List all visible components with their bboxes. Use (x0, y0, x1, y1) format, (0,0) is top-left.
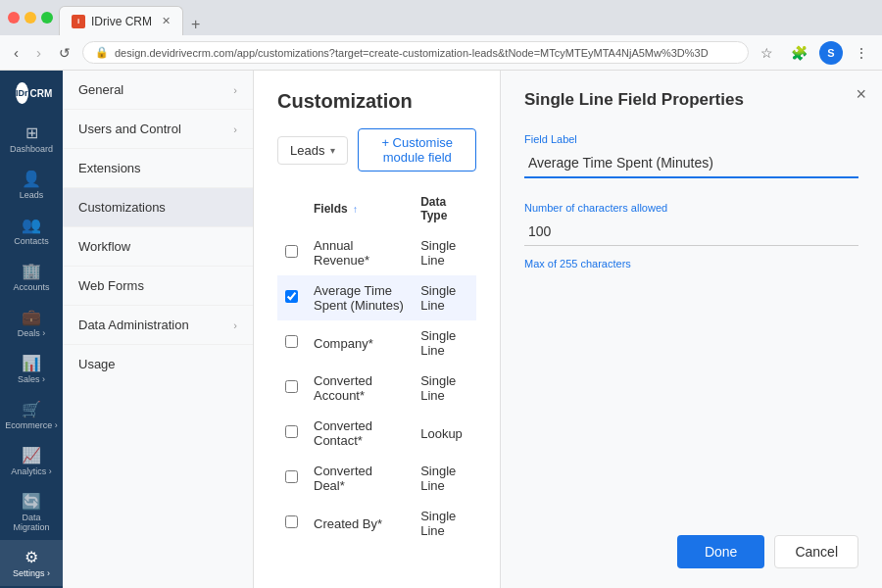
panel-close-btn[interactable]: × (856, 84, 866, 105)
properties-panel: × Single Line Field Properties Field Lab… (500, 71, 882, 588)
table-row[interactable]: Annual Revenue* Single Line (277, 230, 476, 275)
sidebar-item-analytics[interactable]: 📈 Analytics › (0, 438, 63, 484)
sidebar-item-dashboard[interactable]: ⊞ Dashboard (0, 116, 63, 162)
fields-table: Fields ↑ Data Type Annual Revenue* Singl… (277, 187, 476, 546)
submenu-item-extensions[interactable]: Extensions (63, 149, 253, 188)
address-text: design.devidrivecrm.com/app/customizatio… (115, 47, 709, 59)
page-inner: Customization Leads ▾ + Customise module… (254, 71, 882, 588)
profile-avatar[interactable]: S (819, 41, 843, 65)
data-type-cell: Single Line (413, 230, 476, 275)
table-row[interactable]: Average Time Spent (Minutes) Single Line (277, 275, 476, 320)
row-checkbox[interactable] (285, 515, 298, 528)
refresh-btn[interactable]: ↺ (53, 43, 76, 63)
chevron-right-icon: › (233, 123, 237, 135)
data-type-col-header: Data Type (413, 187, 476, 230)
sidebar-item-ecommerce[interactable]: 🛒 Ecommerce › (0, 392, 63, 438)
analytics-icon: 📈 (22, 446, 41, 465)
sidebar-item-accounts[interactable]: 🏢 Accounts (0, 254, 63, 300)
char-count-group: Number of characters allowed (524, 202, 858, 246)
ecommerce-icon: 🛒 (22, 400, 41, 418)
dropdown-arrow-icon: ▾ (330, 145, 335, 156)
maximize-btn[interactable] (41, 12, 53, 24)
field-name-cell: Average Time Spent (Minutes) (306, 275, 413, 320)
sidebar-item-label: Ecommerce › (5, 420, 58, 430)
lock-icon: 🔒 (95, 46, 109, 59)
row-checkbox[interactable] (285, 380, 298, 393)
row-checkbox[interactable] (285, 470, 298, 483)
menu-icon[interactable]: ⋮ (849, 43, 874, 63)
submenu-item-workflow[interactable]: Workflow (63, 227, 253, 267)
table-row[interactable]: Created By* Single Line (277, 501, 476, 546)
app: IDr CRM ⊞ Dashboard 👤 Leads 👥 Contacts 🏢… (0, 71, 882, 588)
sidebar-item-settings[interactable]: ⚙ Settings › (0, 540, 63, 586)
submenu-item-data-admin[interactable]: Data Administration › (63, 306, 253, 345)
back-btn[interactable]: ‹ (8, 42, 24, 63)
data-type-cell: Single Line (413, 275, 476, 320)
data-type-cell: Single Line (413, 456, 476, 501)
data-type-cell: Single Line (413, 366, 476, 411)
sidebar: IDr CRM ⊞ Dashboard 👤 Leads 👥 Contacts 🏢… (0, 71, 63, 588)
char-count-input[interactable] (524, 218, 858, 246)
data-type-cell: Single Line (413, 320, 476, 366)
sidebar-item-deals[interactable]: 💼 Deals › (0, 300, 63, 346)
forward-btn[interactable]: › (30, 42, 47, 63)
char-hint: Max of 255 characters (524, 258, 858, 270)
sidebar-item-label: Analytics › (11, 466, 52, 476)
submenu-item-users[interactable]: Users and Control › (63, 110, 253, 149)
window-controls (8, 12, 53, 24)
table-row[interactable]: Company* Single Line (277, 320, 476, 366)
logo: IDr CRM (12, 78, 51, 116)
module-dropdown[interactable]: Leads ▾ (277, 136, 348, 165)
browser-chrome: i IDrive CRM ✕ + (0, 0, 882, 35)
close-btn[interactable] (8, 12, 20, 24)
address-bar[interactable]: 🔒 design.devidrivecrm.com/app/customizat… (82, 41, 749, 64)
settings-icon: ⚙ (24, 548, 38, 566)
nav-bar: ‹ › ↺ 🔒 design.devidrivecrm.com/app/cust… (0, 35, 882, 71)
sidebar-item-sales[interactable]: 📊 Sales › (0, 346, 63, 392)
sidebar-item-data-migration[interactable]: 🔄 Data Migration (0, 484, 63, 540)
submenu-item-general[interactable]: General › (63, 71, 253, 110)
field-name-cell: Company* (306, 320, 413, 366)
accounts-icon: 🏢 (22, 262, 41, 280)
table-row[interactable]: Converted Deal* Single Line (277, 456, 476, 501)
logo-icon: IDr CRM (16, 82, 47, 104)
active-tab[interactable]: i IDrive CRM ✕ (59, 6, 183, 35)
data-type-cell: Single Line (413, 501, 476, 546)
customize-module-field-btn[interactable]: + Customise module field (358, 128, 476, 172)
left-content: Customization Leads ▾ + Customise module… (254, 71, 500, 588)
tab-close-icon[interactable]: ✕ (162, 15, 171, 27)
row-checkbox[interactable] (285, 245, 298, 258)
content-wrapper: Customization Leads ▾ + Customise module… (254, 71, 882, 588)
contacts-icon: 👥 (22, 216, 41, 234)
sidebar-item-contacts[interactable]: 👥 Contacts (0, 208, 63, 254)
sales-icon: 📊 (22, 354, 41, 372)
submenu-item-customizations[interactable]: Customizations (63, 188, 253, 227)
deals-icon: 💼 (22, 308, 41, 326)
submenu-item-usage[interactable]: Usage (63, 345, 253, 383)
field-label-group: Field Label (524, 133, 858, 178)
row-checkbox[interactable] (285, 290, 298, 303)
field-name-cell: Converted Account* (306, 366, 413, 411)
table-row[interactable]: Converted Contact* Lookup (277, 411, 476, 456)
sidebar-item-label: Deals › (18, 328, 46, 338)
field-name-cell: Created By* (306, 501, 413, 546)
fields-col-header[interactable]: Fields ↑ (306, 187, 413, 230)
sidebar-item-label: Data Migration (4, 513, 59, 532)
sidebar-item-leads[interactable]: 👤 Leads (0, 162, 63, 208)
cancel-btn[interactable]: Cancel (774, 535, 858, 568)
panel-actions: Done Cancel (524, 519, 858, 568)
new-tab-btn[interactable]: + (183, 16, 208, 33)
row-checkbox[interactable] (285, 335, 298, 348)
done-btn[interactable]: Done (677, 535, 764, 568)
minimize-btn[interactable] (24, 12, 36, 24)
field-label-input[interactable] (524, 149, 858, 178)
dropdown-label: Leads (290, 143, 324, 158)
field-name-cell: Annual Revenue* (306, 230, 413, 275)
table-row[interactable]: Converted Account* Single Line (277, 366, 476, 411)
row-checkbox[interactable] (285, 425, 298, 438)
bookmark-icon[interactable]: ☆ (755, 43, 779, 63)
field-name-cell: Converted Contact* (306, 411, 413, 456)
submenu-item-web-forms[interactable]: Web Forms (63, 267, 253, 306)
extensions-icon[interactable]: 🧩 (785, 43, 813, 63)
tab-favicon: i (72, 15, 85, 28)
